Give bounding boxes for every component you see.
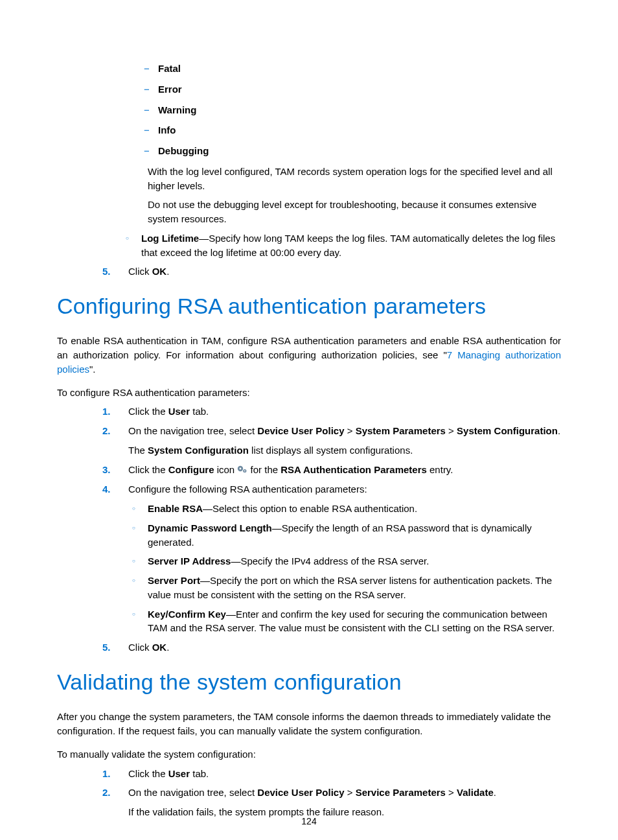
list-item: Error bbox=[141, 82, 561, 97]
step-number: 3. bbox=[102, 463, 120, 477]
page-number: 124 bbox=[0, 815, 618, 828]
paragraph: Do not use the debugging level except fo… bbox=[148, 198, 561, 226]
paragraph: To enable RSA authentication in TAM, con… bbox=[57, 334, 561, 376]
step-3: 3. Click the Configure icon for the RSA … bbox=[102, 463, 561, 478]
list-item: Server Port—Specify the port on which th… bbox=[128, 574, 561, 602]
heading-rsa: Configuring RSA authentication parameter… bbox=[57, 290, 561, 322]
paragraph: After you change the system parameters, … bbox=[57, 710, 561, 738]
bold: User bbox=[168, 768, 190, 779]
sep: > bbox=[345, 425, 356, 436]
step-2: 2. On the navigation tree, select Device… bbox=[102, 786, 561, 819]
bold: Validate bbox=[457, 787, 494, 798]
text: Click bbox=[128, 642, 152, 653]
definition: —Specify how long TAM keeps the log file… bbox=[141, 233, 555, 258]
bold: RSA Authentication Parameters bbox=[280, 464, 427, 475]
list-item: Debugging bbox=[141, 144, 561, 158]
step-5: 5. Click OK. bbox=[102, 264, 561, 279]
text: . bbox=[166, 642, 169, 653]
text: tab. bbox=[190, 406, 209, 417]
text: Click the bbox=[128, 464, 168, 475]
list-item: Log Lifetime—Specify how long TAM keeps … bbox=[122, 231, 561, 260]
sep: > bbox=[446, 787, 457, 798]
paragraph: With the log level configured, TAM recor… bbox=[148, 165, 561, 193]
text: . bbox=[558, 425, 560, 436]
sep: > bbox=[345, 787, 356, 798]
text: icon bbox=[214, 464, 238, 475]
term: Server IP Address bbox=[148, 555, 231, 566]
text: On the navigation tree, select bbox=[128, 425, 257, 436]
term: Enable RSA bbox=[148, 503, 203, 514]
step-number: 1. bbox=[102, 404, 120, 419]
step-number: 4. bbox=[102, 482, 120, 496]
text: for the bbox=[251, 464, 281, 475]
rsa-step-list: 1. Click the User tab. 2. On the navigat… bbox=[102, 404, 561, 655]
log-level-list: Fatal Error Warning Info Debugging bbox=[141, 62, 561, 158]
lead-in: To configure RSA authentication paramete… bbox=[57, 386, 561, 400]
bold: User bbox=[168, 406, 190, 417]
step-2: 2. On the navigation tree, select Device… bbox=[102, 424, 561, 458]
list-item: Server IP Address—Specify the IPv4 addre… bbox=[128, 554, 561, 568]
step-5: 5. Click OK. bbox=[102, 640, 561, 655]
bold: System Configuration bbox=[457, 425, 558, 436]
list-item: Fatal bbox=[141, 62, 561, 76]
rsa-params-list: Enable RSA—Select this option to enable … bbox=[128, 502, 561, 635]
text: Click bbox=[128, 266, 152, 277]
step-number: 2. bbox=[102, 424, 120, 438]
term: Log Lifetime bbox=[141, 233, 199, 244]
step-list-continued: 5. Click OK. bbox=[102, 264, 561, 279]
text: entry. bbox=[427, 464, 453, 475]
configure-icon bbox=[237, 463, 247, 477]
paragraph: The System Configuration list displays a… bbox=[128, 443, 561, 458]
bold: System Configuration bbox=[148, 445, 249, 456]
list-item: Enable RSA—Select this option to enable … bbox=[128, 502, 561, 516]
list-item: Info bbox=[141, 123, 561, 137]
bold: Device User Policy bbox=[257, 425, 344, 436]
heading-validate: Validating the system configuration bbox=[57, 666, 561, 698]
list-item: Warning bbox=[141, 103, 561, 117]
step-4: 4. Configure the following RSA authentic… bbox=[102, 482, 561, 635]
step-number: 5. bbox=[102, 264, 120, 279]
sep: > bbox=[446, 425, 457, 436]
definition: —Select this option to enable RSA authen… bbox=[203, 503, 417, 514]
bold: Service Parameters bbox=[356, 787, 446, 798]
text: Configure the following RSA authenticati… bbox=[128, 484, 367, 495]
text: tab. bbox=[190, 768, 209, 779]
text: On the navigation tree, select bbox=[128, 787, 257, 798]
term: Dynamic Password Length bbox=[148, 522, 272, 533]
term: Server Port bbox=[148, 575, 200, 586]
bold: Configure bbox=[168, 464, 214, 475]
definition: —Specify the port on which the RSA serve… bbox=[148, 575, 552, 600]
definition: —Specify the IPv4 address of the RSA ser… bbox=[231, 555, 429, 566]
text: ". bbox=[89, 364, 96, 375]
term: Key/Confirm Key bbox=[148, 609, 226, 620]
step-1: 1. Click the User tab. bbox=[102, 404, 561, 419]
step-1: 1. Click the User tab. bbox=[102, 767, 561, 781]
bold: OK bbox=[152, 642, 167, 653]
validate-step-list: 1. Click the User tab. 2. On the navigat… bbox=[102, 767, 561, 819]
bold: System Parameters bbox=[356, 425, 446, 436]
bold: OK bbox=[152, 266, 167, 277]
svg-point-1 bbox=[240, 467, 242, 469]
svg-point-3 bbox=[244, 470, 246, 471]
text: . bbox=[166, 266, 169, 277]
document-page: Fatal Error Warning Info Debugging With … bbox=[0, 0, 618, 840]
text: Click the bbox=[128, 768, 168, 779]
text: Click the bbox=[128, 406, 168, 417]
text: . bbox=[494, 787, 496, 798]
text: The bbox=[128, 445, 148, 456]
bold: Device User Policy bbox=[257, 787, 344, 798]
list-item: Key/Confirm Key—Enter and confirm the ke… bbox=[128, 607, 561, 636]
list-item: Dynamic Password Length—Specify the leng… bbox=[128, 521, 561, 550]
step-number: 5. bbox=[102, 640, 120, 655]
step-number: 2. bbox=[102, 786, 120, 800]
lead-in: To manually validate the system configur… bbox=[57, 747, 561, 762]
step-number: 1. bbox=[102, 767, 120, 781]
text: list displays all system configurations. bbox=[249, 445, 413, 456]
sub-bullet-list: Log Lifetime—Specify how long TAM keeps … bbox=[122, 231, 561, 260]
